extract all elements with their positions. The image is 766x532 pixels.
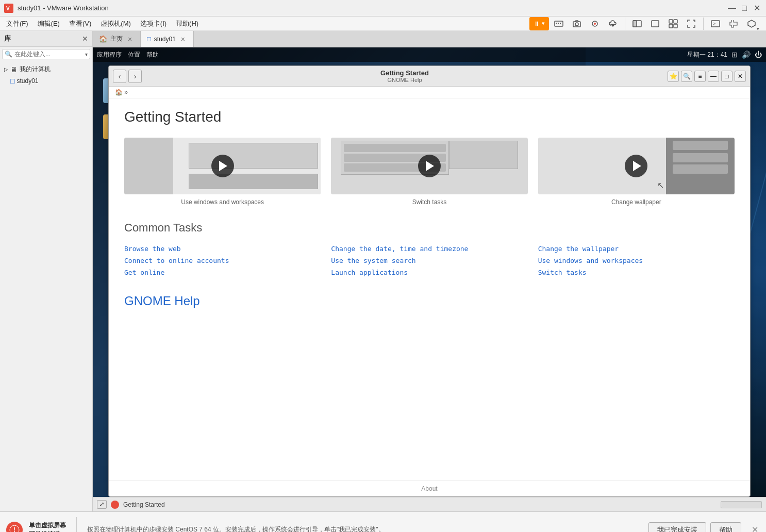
vm-topbar-apps: 应用程序 位置 帮助 — [97, 51, 159, 59]
task-system-search[interactable]: Use the system search — [331, 255, 527, 267]
search-dropdown-icon[interactable]: ▾ — [85, 52, 88, 57]
menu-vm[interactable]: 虚拟机(M) — [96, 18, 135, 30]
menu-help[interactable]: 帮助(H) — [172, 18, 203, 30]
statusbar-progress — [721, 501, 762, 508]
titlebar-controls: — □ ✕ — [727, 3, 762, 13]
download-snapshot-button[interactable] — [605, 15, 621, 32]
vm-places-menu[interactable]: 位置 — [128, 51, 140, 59]
home-tab-label: 主页 — [110, 35, 123, 43]
help-titlebar: ‹ › Getting Started GNOME Help ⭐ 🔍 ≡ — — [109, 66, 750, 87]
expand-button[interactable]: ▾ — [743, 15, 760, 32]
help-maximize-button[interactable]: □ — [721, 71, 732, 82]
vm-time: 星期一 21：41 — [687, 51, 727, 59]
gnome-help-link[interactable]: GNOME Help — [124, 294, 735, 308]
view-tabs-button[interactable] — [629, 15, 645, 32]
video-label-1: Use windows and workspaces — [181, 198, 264, 206]
task-launch-apps[interactable]: Launch applications — [331, 267, 527, 278]
settings-button[interactable] — [725, 15, 742, 32]
vm-apps-menu[interactable]: 应用程序 — [97, 51, 122, 59]
task-windows-workspaces[interactable]: Use windows and workspaces — [538, 255, 735, 267]
video-card-3: ↖ Change wallpaper — [538, 138, 735, 206]
svg-rect-12 — [652, 21, 659, 27]
video-thumb-1[interactable] — [124, 138, 321, 194]
task-browse-web[interactable]: Browse the web — [124, 243, 321, 255]
close-button[interactable]: ✕ — [752, 3, 762, 13]
menu-view[interactable]: 查看(V) — [65, 18, 95, 30]
vm-topbar: 应用程序 位置 帮助 星期一 21：41 ⊞ 🔊 ⏻ — [93, 47, 766, 62]
sidebar-search-container: 🔍 ▾ — [2, 49, 90, 59]
task-change-wallpaper[interactable]: Change the wallpaper — [538, 243, 735, 255]
send-ctrl-alt-del-button[interactable] — [551, 15, 567, 32]
video-play-button-2[interactable] — [418, 155, 441, 177]
task-connect-online[interactable]: Connect to online accounts — [124, 255, 321, 267]
help-forward-button[interactable]: › — [128, 70, 142, 83]
help-bookmark-button[interactable]: ⭐ — [668, 71, 679, 82]
menu-tabs[interactable]: 选项卡(I) — [136, 18, 171, 30]
svg-rect-16 — [674, 24, 677, 28]
study01-tab-close[interactable]: × — [179, 35, 187, 43]
help-minimize-button[interactable]: — — [708, 71, 719, 82]
view-fullscreen-button[interactable] — [683, 15, 700, 32]
video-play-button-3[interactable] — [625, 155, 647, 177]
task-switch-tasks[interactable]: Switch tasks — [538, 267, 735, 278]
titlebar: V study01 - VMware Workstation — □ ✕ — [0, 0, 766, 16]
svg-rect-11 — [633, 21, 637, 27]
help-button[interactable]: 帮助 — [710, 522, 741, 533]
vm-power-icon: ⏻ — [755, 51, 762, 59]
terminal-button[interactable]: >_ — [707, 15, 724, 32]
home-tab-close[interactable]: × — [126, 35, 134, 43]
task-change-datetime[interactable]: Change the date, time and timezone — [331, 243, 527, 255]
notification-close-button[interactable]: ✕ — [750, 525, 760, 533]
sidebar-header: 库 ✕ — [0, 31, 92, 47]
vm-sound-icon: 🔊 — [742, 51, 751, 59]
view-single-button[interactable] — [647, 15, 663, 32]
video-thumb-2[interactable] — [331, 138, 527, 194]
help-back-button[interactable]: ‹ — [113, 70, 126, 83]
help-search-button[interactable]: 🔍 — [681, 71, 692, 82]
thumb-window-2 — [189, 174, 318, 189]
thumb-dark-panel — [666, 138, 735, 194]
minimize-button[interactable]: — — [727, 3, 737, 13]
vm-topbar-status: 星期一 21：41 ⊞ 🔊 ⏻ — [687, 51, 762, 59]
thumb-panel-2 — [449, 141, 518, 169]
tree-vm-item[interactable]: □ study01 — [2, 75, 90, 87]
task-get-online[interactable]: Get online — [124, 267, 321, 278]
search-input[interactable] — [14, 51, 85, 58]
menu-edit[interactable]: 编辑(E) — [34, 18, 64, 30]
help-about: About — [109, 480, 750, 496]
pause-button[interactable]: ⏸ ▾ — [529, 17, 549, 30]
complete-install-button[interactable]: 我已完成安装 — [648, 522, 706, 533]
vm-help-menu[interactable]: 帮助 — [146, 51, 159, 59]
help-window: ‹ › Getting Started GNOME Help ⭐ 🔍 ≡ — — [108, 65, 751, 497]
vm-screen[interactable]: 应用程序 位置 帮助 星期一 21：41 ⊞ 🔊 ⏻ 🗑 回收站 — [93, 47, 766, 497]
snapshot-button[interactable] — [569, 15, 585, 32]
vm-icon: □ — [10, 77, 14, 85]
view-grid-button[interactable] — [665, 15, 681, 32]
notif-divider — [76, 517, 77, 533]
tree-root-label: 我的计算机 — [20, 65, 51, 74]
sidebar-close-button[interactable]: ✕ — [82, 35, 88, 43]
video-thumb-3[interactable]: ↖ — [538, 138, 735, 194]
record-button[interactable] — [587, 15, 603, 32]
help-nav: ‹ › — [113, 70, 142, 83]
statusbar-indicator — [111, 501, 119, 509]
notif-icon: ! — [6, 522, 23, 533]
maximize-button[interactable]: □ — [739, 3, 750, 13]
menu-file[interactable]: 文件(F) — [2, 18, 32, 30]
tab-home[interactable]: 🏠 主页 × — [93, 31, 141, 47]
help-close-button[interactable]: ✕ — [735, 71, 746, 82]
video-play-button-1[interactable] — [211, 155, 234, 177]
help-window-subtitle: GNOME Help — [142, 77, 668, 83]
svg-rect-5 — [560, 23, 561, 24]
video-label-2: Switch tasks — [412, 198, 447, 206]
statusbar-expand-button[interactable]: ⤢ — [97, 500, 107, 509]
view-grid-icon — [669, 19, 678, 28]
tree-expand-icon: ▷ — [4, 66, 8, 72]
content-area: 🏠 主页 × □ study01 × 应用程序 位置 — [93, 31, 766, 511]
tree-root[interactable]: ▷ 🖥 我的计算机 — [2, 63, 90, 75]
svg-text:V: V — [6, 6, 10, 11]
tab-study01[interactable]: □ study01 × — [141, 31, 194, 47]
video-label-3: Change wallpaper — [611, 198, 661, 206]
notif-text-area: 单击虚拟屏幕 可发送按键 — [29, 521, 66, 533]
help-menu-button[interactable]: ≡ — [694, 71, 706, 82]
